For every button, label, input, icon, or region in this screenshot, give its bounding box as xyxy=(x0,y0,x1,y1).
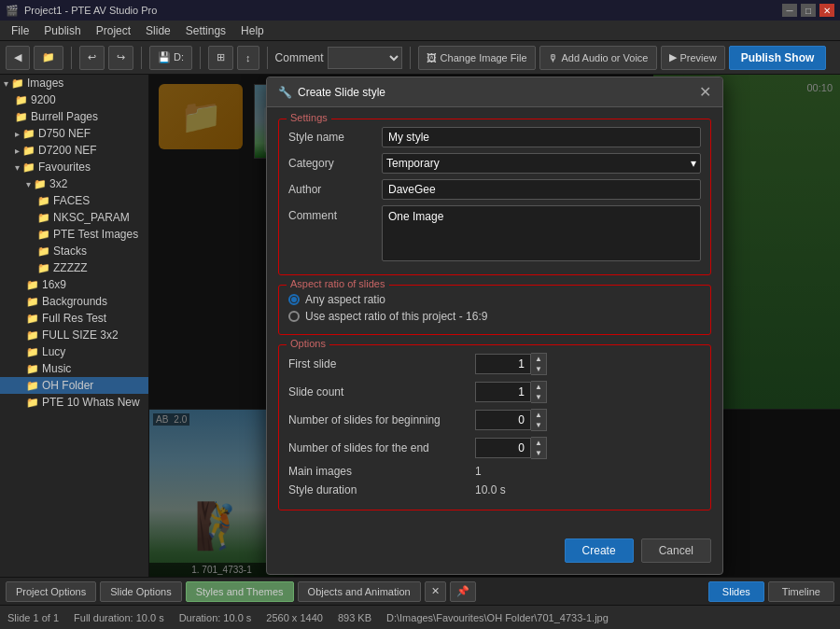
undo-button[interactable]: ↩ xyxy=(79,46,105,70)
category-label: Category xyxy=(288,157,382,170)
redo-button[interactable]: ↪ xyxy=(108,46,133,70)
sidebar-item-3x2[interactable]: ▾ 📁 3x2 xyxy=(0,175,148,192)
sidebar-item-music[interactable]: 📁 Music xyxy=(0,360,148,377)
timeline-tab[interactable]: Timeline xyxy=(768,581,834,602)
slides-end-down[interactable]: ▼ xyxy=(531,448,546,458)
category-row: Category Temporary ▾ xyxy=(288,153,701,174)
sidebar: ▾ 📁 Images 📁 9200 📁 Burrell Pages ▸ 📁 D7… xyxy=(0,75,149,577)
slides-end-up[interactable]: ▲ xyxy=(531,438,546,448)
sidebar-item-d7200[interactable]: ▸ 📁 D7200 NEF xyxy=(0,142,148,159)
options-section-label: Options xyxy=(287,338,329,349)
slides-end-spinner-buttons: ▲ ▼ xyxy=(531,437,547,459)
slide-options-button[interactable]: Slide Options xyxy=(100,581,181,602)
view-button[interactable]: ⊞ xyxy=(208,46,233,70)
comment-select[interactable] xyxy=(328,47,402,69)
menu-file[interactable]: File xyxy=(4,22,36,39)
menu-help[interactable]: Help xyxy=(233,22,272,39)
settings-section-label: Settings xyxy=(287,112,331,123)
modal-header: 🔧 Create Slide style ✕ xyxy=(267,77,722,107)
modal-footer: Create Cancel xyxy=(267,531,722,574)
slide-info: Slide 1 of 1 xyxy=(7,612,59,623)
cancel-button[interactable]: Cancel xyxy=(641,538,711,563)
sidebar-item-nksc[interactable]: 📁 NKSC_PARAM xyxy=(0,209,148,226)
sidebar-item-16x9[interactable]: 📁 16x9 xyxy=(0,276,148,293)
sidebar-item-backgrounds[interactable]: 📁 Backgrounds xyxy=(0,293,148,310)
sidebar-item-d750[interactable]: ▸ 📁 D750 NEF xyxy=(0,125,148,142)
sidebar-item-9200[interactable]: 📁 9200 xyxy=(0,91,148,108)
sidebar-item-images[interactable]: ▾ 📁 Images xyxy=(0,75,148,91)
project-options-button[interactable]: Project Options xyxy=(6,581,96,602)
pin-button[interactable]: 📌 xyxy=(450,581,476,602)
first-slide-up[interactable]: ▲ xyxy=(531,354,546,364)
slides-beginning-spinner: ▲ ▼ xyxy=(475,409,547,431)
create-button[interactable]: Create xyxy=(565,538,634,563)
sidebar-item-stacks[interactable]: 📁 Stacks xyxy=(0,243,148,259)
sidebar-item-favourites[interactable]: ▾ 📁 Favourites xyxy=(0,159,148,175)
author-input[interactable] xyxy=(382,179,701,200)
radio-any-aspect[interactable] xyxy=(288,294,300,305)
menu-project[interactable]: Project xyxy=(89,22,138,39)
category-select[interactable]: Temporary ▾ xyxy=(382,153,701,174)
change-image-button[interactable]: 🖼 Change Image File xyxy=(418,46,536,70)
main-images-row: Main images 1 xyxy=(288,465,701,478)
radio-project-aspect-label: Use aspect ratio of this project - 16:9 xyxy=(305,310,487,323)
slide-count-label: Slide count xyxy=(288,385,475,398)
modal-close-button[interactable]: ✕ xyxy=(699,83,711,101)
minimize-button[interactable]: ─ xyxy=(782,4,797,17)
app-icon: 🎬 xyxy=(6,5,19,17)
slides-beginning-up[interactable]: ▲ xyxy=(531,410,546,420)
slide-count-down[interactable]: ▼ xyxy=(531,392,546,402)
app-title: 🎬 Project1 - PTE AV Studio Pro xyxy=(6,5,157,17)
style-name-input[interactable] xyxy=(382,127,701,147)
folder-button[interactable]: 📁 xyxy=(34,46,63,70)
slides-beginning-input[interactable] xyxy=(475,410,531,430)
resolution: 2560 x 1440 xyxy=(266,612,323,623)
slide-count-spinner: ▲ ▼ xyxy=(475,381,547,403)
drive-button[interactable]: 💾 D: xyxy=(149,46,192,70)
sep1 xyxy=(71,47,72,69)
menu-publish[interactable]: Publish xyxy=(36,22,88,39)
sidebar-item-fullres[interactable]: 📁 Full Res Test xyxy=(0,310,148,327)
add-audio-button[interactable]: 🎙 Add Audio or Voice xyxy=(539,46,657,70)
slides-beginning-row: Number of slides for beginning ▲ ▼ xyxy=(288,409,701,431)
preview-button[interactable]: ▶ Preview xyxy=(661,46,725,70)
sidebar-item-fullsize[interactable]: 📁 FULL SIZE 3x2 xyxy=(0,327,148,343)
sidebar-item-ohfolder[interactable]: 📁 OH Folder xyxy=(0,377,148,394)
slides-beginning-down[interactable]: ▼ xyxy=(531,420,546,430)
sidebar-item-faces[interactable]: 📁 FACES xyxy=(0,192,148,209)
view-tabs: Slides Timeline xyxy=(708,581,834,602)
objects-animation-button[interactable]: Objects and Animation xyxy=(298,581,421,602)
slide-count-up[interactable]: ▲ xyxy=(531,382,546,392)
sidebar-item-burrell[interactable]: 📁 Burrell Pages xyxy=(0,108,148,125)
window-controls: ─ □ ✕ xyxy=(782,4,834,17)
folder-icon: 📁 xyxy=(37,245,50,258)
folder-icon: 📁 xyxy=(26,279,39,291)
close-button[interactable]: ✕ xyxy=(819,4,834,17)
slides-end-input[interactable] xyxy=(475,438,531,458)
menu-slide[interactable]: Slide xyxy=(138,22,178,39)
first-slide-down[interactable]: ▼ xyxy=(531,364,546,374)
close-panel-button[interactable]: ✕ xyxy=(425,581,446,602)
slide-count-input[interactable] xyxy=(475,382,531,402)
sort-button[interactable]: ↕ xyxy=(237,46,259,70)
bottom-toolbar: Project Options Slide Options Styles and… xyxy=(0,577,840,605)
back-button[interactable]: ◀ xyxy=(6,46,30,70)
sidebar-item-pte-test[interactable]: 📁 PTE Test Images xyxy=(0,226,148,243)
menu-settings[interactable]: Settings xyxy=(178,22,233,39)
sidebar-item-lucy[interactable]: 📁 Lucy xyxy=(0,343,148,360)
sidebar-item-zzzzz[interactable]: 📁 ZZZZZ xyxy=(0,259,148,276)
slides-tab[interactable]: Slides xyxy=(708,581,764,602)
main-images-label: Main images xyxy=(288,465,475,478)
first-slide-input[interactable] xyxy=(475,354,531,374)
maximize-button[interactable]: □ xyxy=(801,4,816,17)
radio-project-aspect[interactable] xyxy=(288,311,300,322)
publish-show-button[interactable]: Publish Show xyxy=(729,46,827,70)
sidebar-item-pte10[interactable]: 📁 PTE 10 Whats New xyxy=(0,394,148,411)
create-slide-style-dialog: 🔧 Create Slide style ✕ Settings Style na… xyxy=(266,77,723,575)
styles-themes-button[interactable]: Styles and Themes xyxy=(186,581,294,602)
folder-icon: 📁 xyxy=(26,346,39,358)
slide-count-row: Slide count ▲ ▼ xyxy=(288,381,701,403)
folder-icon: 📁 xyxy=(26,363,39,375)
comment-textarea[interactable]: One Image xyxy=(382,205,701,261)
comment-field-label: Comment xyxy=(288,205,382,222)
